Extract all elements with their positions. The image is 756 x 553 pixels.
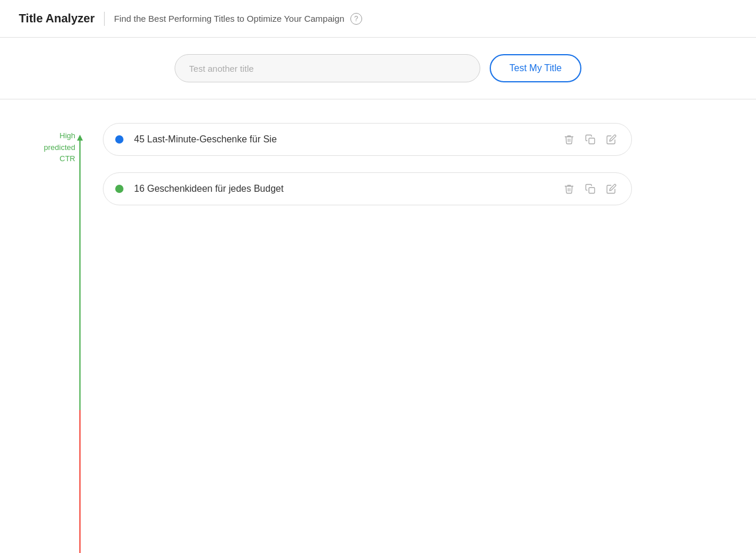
chart-spacer: [103, 205, 756, 417]
y-axis: [79, 135, 81, 553]
delete-button-2[interactable]: [561, 181, 577, 197]
edit-button-2[interactable]: [603, 181, 620, 197]
page-header: Title Analyzer Find the Best Performing …: [0, 0, 756, 38]
copy-button-1[interactable]: [582, 131, 598, 148]
help-icon[interactable]: ?: [350, 13, 362, 25]
dot-1: [115, 135, 123, 144]
title-item-2: 16 Geschenkideen für jedes Budget: [103, 172, 632, 205]
header-subtitle: Find the Best Performing Titles to Optim…: [114, 14, 344, 24]
header-divider: [104, 12, 105, 26]
axis-arrow-up: [77, 135, 83, 141]
svg-rect-1: [589, 138, 595, 144]
actions-1: [561, 131, 620, 148]
svg-rect-2: [589, 188, 595, 194]
actions-2: [561, 181, 620, 197]
title-text-2: 16 Geschenkideen für jedes Budget: [134, 184, 551, 194]
search-input[interactable]: [175, 54, 480, 82]
dot-2: [115, 185, 123, 193]
copy-button-2[interactable]: [582, 181, 598, 197]
search-section: Test My Title: [0, 38, 756, 99]
svg-rect-0: [79, 141, 81, 553]
edit-button-1[interactable]: [603, 131, 620, 148]
chart-area: High predicted CTR Low predicted CTR 45 …: [0, 105, 756, 553]
y-axis-high-label: High predicted CTR: [16, 130, 75, 165]
app-title: Title Analyzer: [19, 12, 95, 25]
titles-list: 45 Last-Minute-Geschenke für Sie: [103, 105, 756, 553]
title-text-1: 45 Last-Minute-Geschenke für Sie: [134, 134, 551, 145]
delete-button-1[interactable]: [561, 131, 577, 148]
title-item-1: 45 Last-Minute-Geschenke für Sie: [103, 123, 632, 156]
axis-line-svg: [79, 141, 81, 553]
test-my-title-button[interactable]: Test My Title: [490, 54, 582, 82]
